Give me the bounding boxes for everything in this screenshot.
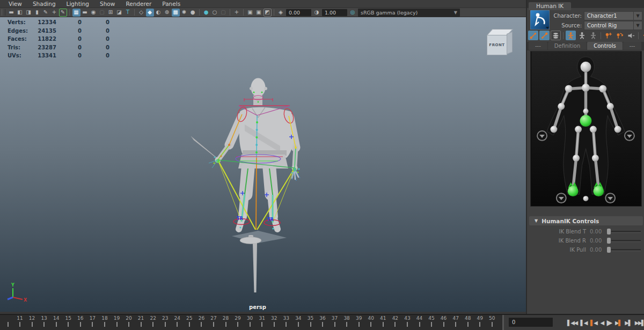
timeline-frame-label[interactable]: 32: [271, 316, 277, 321]
tab-definition[interactable]: Definition: [548, 42, 587, 50]
timeline-frame-label[interactable]: 37: [332, 316, 338, 321]
timeline-frame-label[interactable]: 18: [101, 316, 107, 321]
timeline-frame-label[interactable]: 22: [150, 316, 156, 321]
current-frame-field[interactable]: 0: [509, 318, 553, 327]
bounding-box-icon[interactable]: ◐: [155, 9, 163, 17]
ik-blend-r-slider[interactable]: [607, 238, 641, 244]
add-effector-icon[interactable]: [528, 31, 538, 40]
left-ankle-effector-label[interactable]: TR: [237, 216, 243, 221]
ik-blend-t-slider-handle[interactable]: [607, 229, 611, 234]
resolution-gate-icon[interactable]: ◉: [90, 9, 98, 17]
step-forward-frame-button[interactable]: ▶▌: [623, 317, 633, 328]
range-divider[interactable]: [502, 315, 504, 330]
left-hand-expand-button[interactable]: [537, 131, 547, 141]
view-cube[interactable]: FRONT: [485, 28, 517, 61]
timeline-frame-label[interactable]: 23: [162, 316, 168, 321]
film-gate-icon[interactable]: ▬: [81, 9, 89, 17]
menu-panels[interactable]: Panels: [157, 0, 186, 8]
mute-icon[interactable]: [626, 31, 636, 40]
full-body-mode-icon[interactable]: [566, 31, 576, 40]
chevron-down-icon[interactable]: ▼: [633, 21, 642, 30]
colorspace-dropdown[interactable]: sRGB gamma (legacy) ▼: [358, 9, 460, 17]
right-foot-expand-button[interactable]: [605, 193, 615, 203]
go-to-end-button[interactable]: ▶▶▌: [633, 317, 644, 328]
joint-hips-selected[interactable]: [580, 115, 592, 127]
ik-pull-slider-handle[interactable]: [607, 247, 611, 253]
character-map-diagram[interactable]: [530, 51, 642, 207]
grid-toggle-icon[interactable]: ▦: [72, 9, 80, 17]
timeline-frame-label[interactable]: 27: [210, 316, 216, 321]
joint-left-hip[interactable]: [575, 126, 582, 133]
view-cube-front-face[interactable]: FRONT: [487, 35, 507, 55]
step-back-frame-button[interactable]: ▌◀: [579, 317, 589, 328]
play-backwards-button[interactable]: ◀: [598, 317, 605, 328]
chevron-down-icon[interactable]: ▼: [633, 12, 642, 20]
menu-renderer[interactable]: Renderer: [120, 0, 157, 8]
safe-action-icon[interactable]: ◪: [115, 9, 123, 17]
toolbar-grab-handle[interactable]: [2, 9, 5, 16]
timeline-frame-label[interactable]: 39: [356, 316, 362, 321]
gate-mask-icon[interactable]: ▢: [98, 9, 106, 17]
joint-right-knee[interactable]: [592, 155, 599, 162]
ik-blend-t-slider[interactable]: [607, 229, 641, 234]
right-ankle-effector-label[interactable]: TR: [267, 217, 274, 222]
joint-left-knee[interactable]: [573, 155, 580, 162]
gamma-icon[interactable]: ◑: [313, 9, 321, 17]
character-model[interactable]: [191, 78, 298, 230]
timeline-frame-label[interactable]: 30: [247, 316, 253, 321]
human-ik-logo[interactable]: [530, 10, 550, 30]
timeline-frame-label[interactable]: 45: [428, 316, 434, 321]
play-forward-button[interactable]: ▶: [605, 317, 613, 328]
collapse-triangle-icon[interactable]: ▼: [535, 218, 538, 223]
timeline-frame-label[interactable]: 12: [29, 316, 35, 321]
timeline-frame-label[interactable]: 49: [477, 316, 483, 321]
character-dropdown[interactable]: Character1 ▼: [584, 11, 642, 20]
default-lighting-icon[interactable]: ✱: [180, 9, 188, 17]
menu-show[interactable]: Show: [94, 0, 120, 8]
joint-reference[interactable]: [583, 196, 589, 201]
wireframe-display-icon[interactable]: ◇: [137, 9, 145, 17]
timeline-frame-label[interactable]: 24: [174, 316, 180, 321]
timeline-frame-label[interactable]: 17: [90, 316, 96, 321]
joint-right-wrist[interactable]: [614, 126, 621, 133]
joint-right-shoulder[interactable]: [599, 85, 606, 93]
timeline-frame-label[interactable]: 40: [368, 316, 374, 321]
anti-aliasing-icon[interactable]: ▢: [219, 9, 228, 17]
field-chart-icon[interactable]: ⊞: [107, 9, 115, 17]
selection-mode-icon[interactable]: [588, 31, 598, 40]
timeline-frame-label[interactable]: 38: [343, 316, 349, 321]
joint-left-wrist[interactable]: [550, 126, 557, 133]
view-cube-side-face[interactable]: [507, 32, 513, 54]
joint-left-shoulder[interactable]: [565, 85, 573, 93]
timeline-frame-label[interactable]: 19: [114, 316, 120, 321]
timeline-frame-label[interactable]: 47: [452, 316, 458, 321]
menu-shading[interactable]: Shading: [27, 0, 61, 8]
sword-prop[interactable]: [240, 235, 261, 292]
timeline-frame-label[interactable]: 43: [404, 316, 410, 321]
smooth-shade-icon[interactable]: ◆: [146, 9, 154, 17]
object-details-icon[interactable]: ▣: [246, 9, 254, 17]
wireframe-on-shaded-icon[interactable]: ▩: [172, 9, 180, 17]
timeline-frame-label[interactable]: 31: [259, 316, 265, 321]
timeline-frame-label[interactable]: 50: [489, 316, 495, 321]
motion-blur-icon[interactable]: ○: [211, 9, 219, 17]
character-scene[interactable]: TR TR Y X: [0, 17, 526, 312]
tab-[interactable]: ---: [623, 42, 642, 50]
timeline-frame-label[interactable]: 48: [465, 316, 471, 321]
tab-controls[interactable]: Controls: [587, 42, 622, 50]
timeline-frame-label[interactable]: 20: [126, 316, 131, 321]
isolate-select-icon[interactable]: ◩: [264, 9, 272, 17]
source-dropdown[interactable]: Control Rig ▼: [584, 21, 642, 30]
joint-right-hip[interactable]: [590, 126, 597, 133]
textured-display-icon[interactable]: ⊕: [163, 9, 171, 17]
tab-[interactable]: ---: [529, 42, 547, 50]
pencil-tool-icon[interactable]: ✎: [42, 9, 50, 17]
humanik-controls-header[interactable]: ▼ HumanIK Controls: [529, 216, 643, 225]
timeline-frame-label[interactable]: 34: [295, 316, 301, 321]
safe-title-icon[interactable]: T: [124, 9, 132, 17]
exposure-icon[interactable]: ◈: [277, 9, 285, 17]
timeline-frame-label[interactable]: 33: [283, 316, 289, 321]
timeline-frame-label[interactable]: 21: [138, 316, 144, 321]
body-part-mode-icon[interactable]: [577, 31, 587, 40]
import-image-icon[interactable]: ◧: [16, 9, 24, 17]
